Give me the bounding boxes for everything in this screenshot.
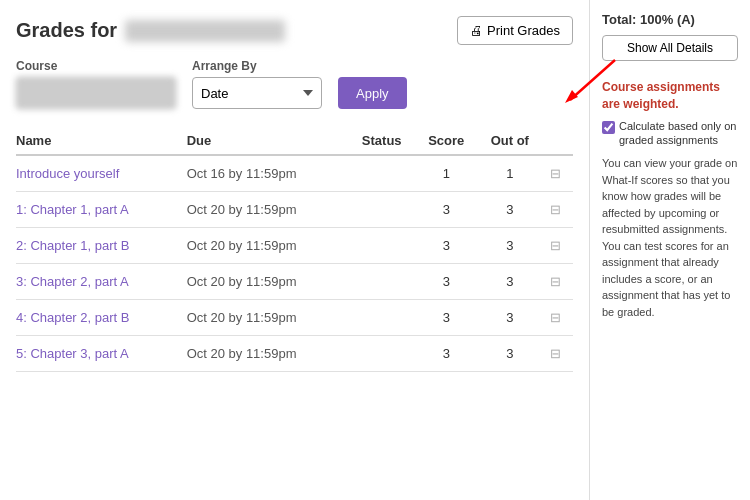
graded-only-checkbox[interactable] — [602, 121, 615, 134]
flag-icon[interactable]: ⊟ — [546, 192, 573, 228]
status — [352, 155, 419, 192]
out-of: 3 — [481, 264, 546, 300]
table-row: 2: Chapter 1, part BOct 20 by 11:59pm33⊟ — [16, 228, 573, 264]
info-box: Course assignments are weighted. Calcula… — [602, 79, 738, 320]
table-row: 4: Chapter 2, part BOct 20 by 11:59pm33⊟ — [16, 300, 573, 336]
out-of: 3 — [481, 192, 546, 228]
col-score: Score — [419, 127, 481, 155]
grades-table: Name Due Status Score Out of Introduce y… — [16, 127, 573, 372]
right-panel: Total: 100% (A) Show All Details Course … — [590, 0, 750, 500]
grades-for-label: Grades for — [16, 19, 117, 42]
apply-button[interactable]: Apply — [338, 77, 407, 109]
score: 3 — [419, 192, 481, 228]
assignment-name[interactable]: 2: Chapter 1, part B — [16, 228, 187, 264]
show-all-details-button[interactable]: Show All Details — [602, 35, 738, 61]
flag-icon[interactable]: ⊟ — [546, 336, 573, 372]
assignment-name[interactable]: Introduce yourself — [16, 155, 187, 192]
score: 3 — [419, 336, 481, 372]
status — [352, 264, 419, 300]
svg-marker-1 — [565, 90, 578, 103]
score: 3 — [419, 264, 481, 300]
flag-icon[interactable]: ⊟ — [546, 300, 573, 336]
col-out-of: Out of — [481, 127, 546, 155]
status — [352, 228, 419, 264]
status — [352, 336, 419, 372]
out-of: 3 — [481, 300, 546, 336]
course-select-blurred — [16, 77, 176, 109]
due-date: Oct 16 by 11:59pm — [187, 155, 353, 192]
status — [352, 192, 419, 228]
table-row: 3: Chapter 2, part AOct 20 by 11:59pm33⊟ — [16, 264, 573, 300]
flag-icon[interactable]: ⊟ — [546, 264, 573, 300]
arrange-by-select[interactable]: Date Assignment Group Due Date Name — [192, 77, 322, 109]
table-row: Introduce yourselfOct 16 by 11:59pm11⊟ — [16, 155, 573, 192]
table-row: 5: Chapter 3, part AOct 20 by 11:59pm33⊟ — [16, 336, 573, 372]
assignment-name[interactable]: 3: Chapter 2, part A — [16, 264, 187, 300]
info-text: You can view your grade on What-If score… — [602, 155, 738, 320]
table-header-row: Name Due Status Score Out of — [16, 127, 573, 155]
score: 3 — [419, 228, 481, 264]
total-label: Total: 100% (A) — [602, 12, 738, 27]
assignment-name[interactable]: 1: Chapter 1, part A — [16, 192, 187, 228]
checkbox-label: Calculate based only on graded assignmen… — [619, 119, 738, 148]
score: 1 — [419, 155, 481, 192]
out-of: 3 — [481, 228, 546, 264]
checkbox-row: Calculate based only on graded assignmen… — [602, 119, 738, 148]
due-date: Oct 20 by 11:59pm — [187, 192, 353, 228]
print-grades-button[interactable]: 🖨 Print Grades — [457, 16, 573, 45]
course-filter-group: Course — [16, 59, 176, 109]
page-title: Grades for — [16, 19, 285, 42]
table-row: 1: Chapter 1, part AOct 20 by 11:59pm33⊟ — [16, 192, 573, 228]
due-date: Oct 20 by 11:59pm — [187, 300, 353, 336]
arrange-by-label: Arrange By — [192, 59, 322, 73]
svg-line-0 — [570, 60, 615, 100]
due-date: Oct 20 by 11:59pm — [187, 228, 353, 264]
score: 3 — [419, 300, 481, 336]
col-actions — [546, 127, 573, 155]
assignment-name[interactable]: 5: Chapter 3, part A — [16, 336, 187, 372]
due-date: Oct 20 by 11:59pm — [187, 264, 353, 300]
flag-icon[interactable]: ⊟ — [546, 155, 573, 192]
filter-row: Course Arrange By Date Assignment Group … — [16, 59, 573, 109]
course-label: Course — [16, 59, 176, 73]
header-row: Grades for 🖨 Print Grades — [16, 16, 573, 45]
flag-icon[interactable]: ⊟ — [546, 228, 573, 264]
weighted-label: Course assignments are weighted. — [602, 79, 738, 113]
red-arrow-annotation — [560, 55, 620, 105]
student-name-blurred — [125, 20, 285, 42]
due-date: Oct 20 by 11:59pm — [187, 336, 353, 372]
col-status: Status — [352, 127, 419, 155]
main-panel: Grades for 🖨 Print Grades Course Arrange… — [0, 0, 590, 500]
col-name: Name — [16, 127, 187, 155]
status — [352, 300, 419, 336]
out-of: 1 — [481, 155, 546, 192]
out-of: 3 — [481, 336, 546, 372]
col-due: Due — [187, 127, 353, 155]
assignment-name[interactable]: 4: Chapter 2, part B — [16, 300, 187, 336]
arrange-filter-group: Arrange By Date Assignment Group Due Dat… — [192, 59, 322, 109]
